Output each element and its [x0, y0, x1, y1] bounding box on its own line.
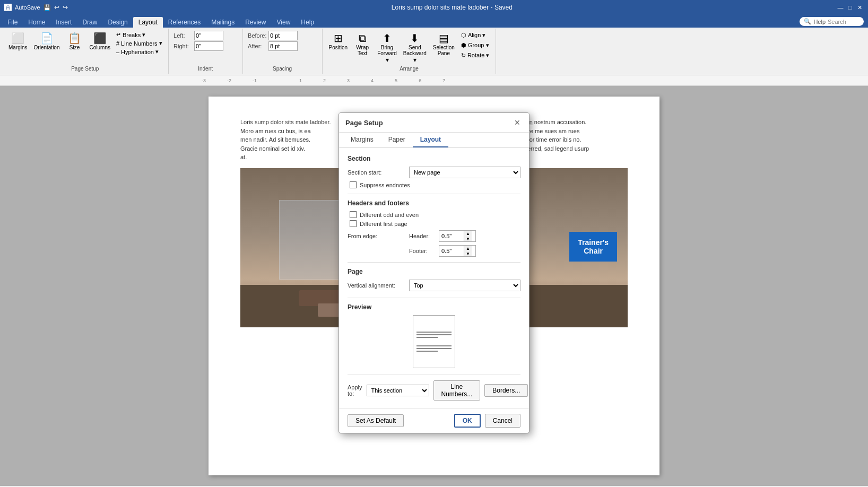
minimize-button[interactable]: — [836, 3, 845, 12]
window-controls[interactable]: — □ ✕ [836, 3, 864, 12]
header-spin-input[interactable]: ▲ ▼ [439, 230, 476, 242]
spacing-section: Before: After: [248, 31, 317, 51]
different-first-page-checkbox[interactable] [350, 220, 357, 227]
send-backward-button[interactable]: ⬇ SendBackward ▾ [401, 31, 429, 65]
header-row: From edge: Header: ▲ ▼ [348, 230, 520, 242]
dialog-titlebar: Page Setup ✕ [339, 113, 529, 133]
bring-forward-button[interactable]: ⬆ BringForward ▾ [375, 31, 399, 65]
save-icon[interactable]: 💾 [44, 4, 51, 11]
tab-design[interactable]: Design [102, 17, 133, 28]
spacing-after-label: After: [248, 43, 266, 49]
undo-icon[interactable]: ↩ [54, 4, 59, 11]
line-numbers-button[interactable]: # Line Numbers ▾ [115, 39, 164, 47]
page-section-title: Page [348, 268, 520, 275]
line-numbers-button[interactable]: Line Numbers... [433, 380, 481, 401]
maximize-button[interactable]: □ [846, 3, 854, 12]
align-icon: ⬡ [461, 32, 466, 39]
tab-draw[interactable]: Draw [77, 17, 102, 28]
tab-help[interactable]: Help [296, 17, 319, 28]
spacing-before-label: Before: [248, 32, 266, 39]
footer-spinners[interactable]: ▲ ▼ [464, 246, 472, 256]
align-label: Align ▾ [468, 32, 486, 39]
spacing-after-input[interactable] [268, 41, 298, 51]
preview-label: Preview [348, 303, 520, 311]
preview-line-1 [416, 332, 452, 333]
tab-references[interactable]: References [163, 17, 206, 28]
tab-insert[interactable]: Insert [50, 17, 77, 28]
tab-mailings[interactable]: Mailings [206, 17, 240, 28]
dialog-close-button[interactable]: ✕ [512, 117, 523, 128]
suppress-endnotes-row: Suppress endnotes [350, 181, 520, 188]
suppress-endnotes-checkbox[interactable] [350, 181, 357, 188]
header-value-input[interactable] [439, 231, 464, 241]
close-button[interactable]: ✕ [855, 3, 864, 12]
tab-layout[interactable]: Layout [133, 17, 163, 28]
columns-button[interactable]: ⬛ Columns [88, 31, 112, 51]
header-spinners[interactable]: ▲ ▼ [464, 231, 472, 241]
arrange-label: Arrange [400, 65, 419, 72]
cancel-button[interactable]: Cancel [485, 414, 520, 428]
footer-spin-input[interactable]: ▲ ▼ [439, 245, 476, 257]
breaks-button[interactable]: ↵ Breaks ▾ [115, 31, 164, 39]
size-label: Size [70, 45, 80, 50]
footer-value-input[interactable] [439, 246, 464, 256]
page-section: Page Vertical alignment: Top Center Bott… [348, 262, 520, 291]
dialog-tab-paper[interactable]: Paper [381, 133, 413, 147]
tab-view[interactable]: View [272, 17, 296, 28]
orientation-button[interactable]: 📄 Orientation [32, 31, 62, 51]
arrange-content: ⊞ Position ⧉ WrapText ⬆ BringForward ▾ ⬇… [327, 31, 492, 65]
rotate-icon: ↻ [461, 52, 466, 59]
footer-spin-down[interactable]: ▼ [464, 251, 472, 256]
preview-line-4 [416, 345, 452, 346]
redo-icon[interactable]: ↪ [63, 4, 68, 11]
different-odd-even-row: Different odd and even [350, 211, 520, 218]
margins-button[interactable]: ⬜ Margins [6, 31, 30, 51]
tab-file[interactable]: File [2, 17, 23, 28]
autosave-label: AutoSave [15, 4, 40, 11]
indent-left-row: Left: [173, 31, 237, 40]
ribbon-group-page-setup: ⬜ Margins 📄 Orientation 📋 Size ⬛ Columns… [2, 29, 169, 74]
title-bar: 🅰 AutoSave 💾 ↩ ↪ Loris sump dolor sits m… [0, 0, 868, 15]
tab-home[interactable]: Home [23, 17, 50, 28]
header-spin-up[interactable]: ▲ [464, 231, 472, 236]
apply-to-select[interactable]: This section This point forward Whole do… [367, 385, 429, 396]
rotate-button[interactable]: ↻ Rotate ▾ [459, 51, 491, 60]
selection-pane-button[interactable]: ▤ SelectionPane [431, 31, 457, 57]
spacing-before-input[interactable] [268, 31, 298, 40]
ok-button[interactable]: OK [454, 414, 481, 428]
hyphenation-button[interactable]: – Hyphenation ▾ [115, 48, 164, 56]
wrap-text-button[interactable]: ⧉ WrapText [352, 31, 373, 57]
dialog-tab-margins[interactable]: Margins [343, 133, 381, 147]
hyphenation-chevron: ▾ [155, 48, 159, 55]
headers-footers-title: Headers and footers [348, 199, 520, 207]
from-edge-section: From edge: Header: ▲ ▼ [348, 230, 520, 257]
different-odd-even-label: Different odd and even [360, 212, 419, 218]
spacing-group-label: Spacing [273, 65, 292, 72]
indent-left-label: Left: [173, 32, 192, 39]
header-spin-down[interactable]: ▼ [464, 236, 472, 241]
size-button[interactable]: 📋 Size [64, 31, 85, 51]
group-icon: ⬢ [461, 42, 466, 49]
dialog-right-buttons: OK Cancel [454, 414, 520, 428]
borders-button[interactable]: Borders... [484, 384, 528, 397]
indent-left-input[interactable] [194, 31, 223, 40]
align-button[interactable]: ⬡ Align ▾ [459, 31, 491, 40]
group-button[interactable]: ⬢ Group ▾ [459, 41, 491, 50]
footer-spin-up[interactable]: ▲ [464, 246, 472, 251]
tab-review[interactable]: Review [240, 17, 271, 28]
section-start-select[interactable]: New page Continuous Even page Odd page [409, 167, 520, 178]
dialog-tab-layout[interactable]: Layout [413, 133, 448, 147]
different-odd-even-checkbox[interactable] [350, 211, 357, 218]
search-input[interactable]: Search [828, 19, 860, 25]
spacing-before-row: Before: [248, 31, 317, 40]
set-as-default-button[interactable]: Set As Default [348, 414, 404, 427]
preview-line-2 [416, 334, 452, 335]
vertical-alignment-label: Vertical alignment: [348, 282, 406, 289]
position-button[interactable]: ⊞ Position [327, 31, 350, 51]
indent-right-input[interactable] [194, 41, 223, 51]
vertical-alignment-select[interactable]: Top Center Bottom Justified [409, 280, 520, 291]
preview-gap [416, 340, 452, 344]
search-label[interactable]: Help [813, 19, 826, 25]
wrap-text-label: WrapText [356, 45, 369, 56]
apply-to-row: Apply to: This section This point forwar… [348, 375, 520, 401]
